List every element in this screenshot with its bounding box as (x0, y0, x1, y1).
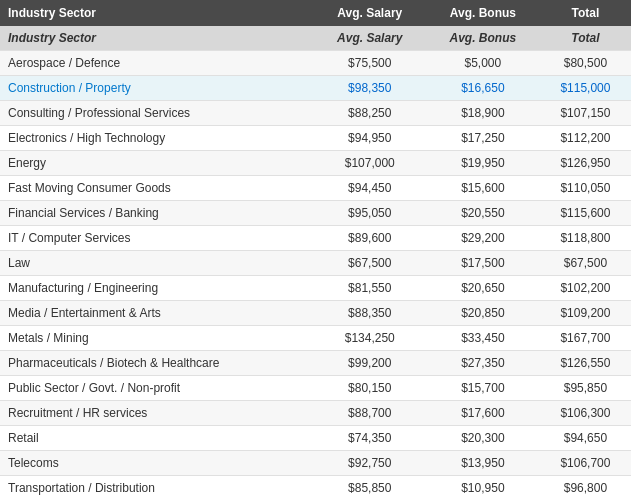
table-row: Consulting / Professional Services$88,25… (0, 101, 631, 126)
avg-bonus: $29,200 (426, 226, 540, 251)
table-row: Media / Entertainment & Arts$88,350$20,8… (0, 301, 631, 326)
table-row: Financial Services / Banking$95,050$20,5… (0, 201, 631, 226)
total: $112,200 (540, 126, 631, 151)
avg-salary: $81,550 (314, 276, 426, 301)
avg-bonus: $16,650 (426, 76, 540, 101)
avg-bonus: $20,300 (426, 426, 540, 451)
total: $109,200 (540, 301, 631, 326)
sector-name: Electronics / High Technology (0, 126, 314, 151)
sector-name: Retail (0, 426, 314, 451)
header-industry-sector: Industry Sector (0, 0, 314, 26)
table-row: Telecoms$92,750$13,950$106,700 (0, 451, 631, 476)
avg-salary: $94,950 (314, 126, 426, 151)
avg-salary: $88,350 (314, 301, 426, 326)
avg-salary: $80,150 (314, 376, 426, 401)
avg-salary: $89,600 (314, 226, 426, 251)
sector-name: Recruitment / HR services (0, 401, 314, 426)
sector-name: Energy (0, 151, 314, 176)
table-row: Energy$107,000$19,950$126,950 (0, 151, 631, 176)
sector-name: Manufacturing / Engineering (0, 276, 314, 301)
total: $106,700 (540, 451, 631, 476)
sector-name: Financial Services / Banking (0, 201, 314, 226)
total: $96,800 (540, 476, 631, 501)
industry-salary-table: Industry Sector Avg. Salary Avg. Bonus T… (0, 0, 631, 500)
table-row: Metals / Mining$134,250$33,450$167,700 (0, 326, 631, 351)
table-row: Law$67,500$17,500$67,500 (0, 251, 631, 276)
total: $67,500 (540, 251, 631, 276)
table-row: Fast Moving Consumer Goods$94,450$15,600… (0, 176, 631, 201)
table-row: Pharmaceuticals / Biotech & Healthcare$9… (0, 351, 631, 376)
avg-bonus: $17,250 (426, 126, 540, 151)
total: $110,050 (540, 176, 631, 201)
header-total: Total (540, 0, 631, 26)
header-avg-salary: Avg. Salary (314, 0, 426, 26)
sector-name: Media / Entertainment & Arts (0, 301, 314, 326)
total: $126,550 (540, 351, 631, 376)
total: $115,600 (540, 201, 631, 226)
avg-salary: $94,450 (314, 176, 426, 201)
avg-bonus: $27,350 (426, 351, 540, 376)
avg-bonus: $17,600 (426, 401, 540, 426)
table-header-row: Industry Sector Avg. Salary Avg. Bonus T… (0, 0, 631, 26)
sector-name: Consulting / Professional Services (0, 101, 314, 126)
avg-bonus: $5,000 (426, 51, 540, 76)
total: $94,650 (540, 426, 631, 451)
total: $102,200 (540, 276, 631, 301)
avg-salary: $75,500 (314, 51, 426, 76)
total: $126,950 (540, 151, 631, 176)
avg-bonus: $17,500 (426, 251, 540, 276)
total: $118,800 (540, 226, 631, 251)
total: $106,300 (540, 401, 631, 426)
avg-bonus: $33,450 (426, 326, 540, 351)
avg-salary: $134,250 (314, 326, 426, 351)
avg-bonus: $20,650 (426, 276, 540, 301)
total: $95,850 (540, 376, 631, 401)
table-row: Electronics / High Technology$94,950$17,… (0, 126, 631, 151)
avg-bonus: $19,950 (426, 151, 540, 176)
total: $167,700 (540, 326, 631, 351)
avg-bonus: $15,700 (426, 376, 540, 401)
avg-salary: $67,500 (314, 251, 426, 276)
table-row: Recruitment / HR services$88,700$17,600$… (0, 401, 631, 426)
sector-name: Fast Moving Consumer Goods (0, 176, 314, 201)
table-row: Transportation / Distribution$85,850$10,… (0, 476, 631, 501)
sector-name: Transportation / Distribution (0, 476, 314, 501)
avg-salary: $88,700 (314, 401, 426, 426)
avg-salary: $74,350 (314, 426, 426, 451)
table-row: Aerospace / Defence$75,500$5,000$80,500 (0, 51, 631, 76)
sector-name: Construction / Property (0, 76, 314, 101)
subheader-cell-3: Total (540, 26, 631, 51)
table-row: Public Sector / Govt. / Non-profit$80,15… (0, 376, 631, 401)
avg-salary: $85,850 (314, 476, 426, 501)
avg-bonus: $10,950 (426, 476, 540, 501)
avg-salary: $95,050 (314, 201, 426, 226)
table-row: Construction / Property$98,350$16,650$11… (0, 76, 631, 101)
table-row: Manufacturing / Engineering$81,550$20,65… (0, 276, 631, 301)
avg-salary: $92,750 (314, 451, 426, 476)
subheader-cell-2: Avg. Bonus (426, 26, 540, 51)
avg-salary: $107,000 (314, 151, 426, 176)
table-subheader-row: Industry SectorAvg. SalaryAvg. BonusTota… (0, 26, 631, 51)
avg-salary: $88,250 (314, 101, 426, 126)
subheader-cell-0: Industry Sector (0, 26, 314, 51)
header-avg-bonus: Avg. Bonus (426, 0, 540, 26)
total: $80,500 (540, 51, 631, 76)
table-row: Retail$74,350$20,300$94,650 (0, 426, 631, 451)
sector-name: Pharmaceuticals / Biotech & Healthcare (0, 351, 314, 376)
sector-name: Law (0, 251, 314, 276)
table-row: IT / Computer Services$89,600$29,200$118… (0, 226, 631, 251)
sector-name: Metals / Mining (0, 326, 314, 351)
table-container[interactable]: Industry Sector Avg. Salary Avg. Bonus T… (0, 0, 631, 500)
avg-bonus: $15,600 (426, 176, 540, 201)
total: $115,000 (540, 76, 631, 101)
avg-bonus: $20,550 (426, 201, 540, 226)
subheader-cell-1: Avg. Salary (314, 26, 426, 51)
sector-name: Aerospace / Defence (0, 51, 314, 76)
avg-bonus: $13,950 (426, 451, 540, 476)
total: $107,150 (540, 101, 631, 126)
avg-salary: $99,200 (314, 351, 426, 376)
avg-salary: $98,350 (314, 76, 426, 101)
avg-bonus: $20,850 (426, 301, 540, 326)
avg-bonus: $18,900 (426, 101, 540, 126)
sector-name: IT / Computer Services (0, 226, 314, 251)
